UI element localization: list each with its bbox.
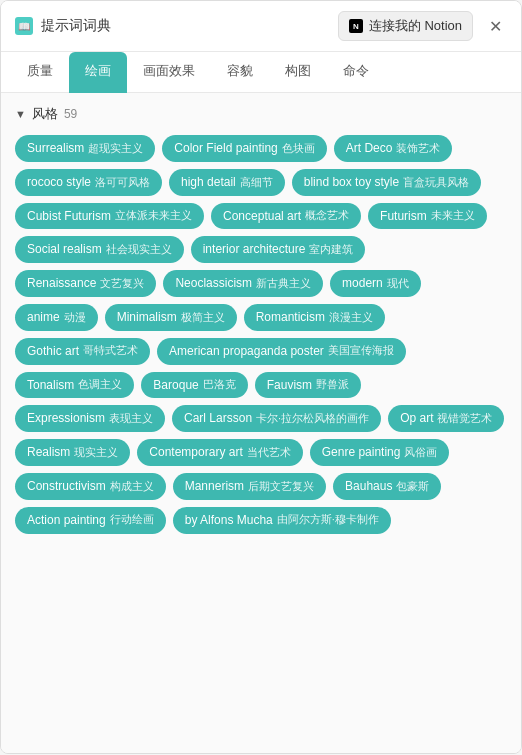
tag-item[interactable]: rococo style洛可可风格: [15, 169, 162, 196]
tag-item[interactable]: Mannerism后期文艺复兴: [173, 473, 326, 500]
section-header: ▼ 风格 59: [15, 105, 507, 123]
tag-item[interactable]: anime动漫: [15, 304, 98, 331]
collapse-arrow[interactable]: ▼: [15, 108, 26, 120]
tag-item[interactable]: Romanticism浪漫主义: [244, 304, 385, 331]
tag-item[interactable]: high detail高细节: [169, 169, 285, 196]
tag-item[interactable]: Fauvism野兽派: [255, 372, 361, 399]
tag-item[interactable]: Op art视错觉艺术: [388, 405, 504, 432]
tab-bar: 质量 绘画 画面效果 容貌 构图 命令: [1, 52, 521, 93]
title-bar: 📖 提示词词典 N 连接我的 Notion ✕: [1, 1, 521, 52]
tag-item[interactable]: Futurism未来主义: [368, 203, 487, 230]
tag-item[interactable]: Expressionism表现主义: [15, 405, 165, 432]
tag-item[interactable]: Conceptual art概念艺术: [211, 203, 361, 230]
tab-appearance[interactable]: 容貌: [211, 52, 269, 92]
tags-container: Surrealism超现实主义Color Field painting色块画Ar…: [15, 135, 507, 534]
notion-icon: N: [349, 19, 363, 33]
tag-item[interactable]: Cubist Futurism立体派未来主义: [15, 203, 204, 230]
tag-item[interactable]: Bauhaus包豪斯: [333, 473, 441, 500]
close-button[interactable]: ✕: [483, 14, 507, 38]
tag-item[interactable]: American propaganda poster美国宣传海报: [157, 338, 406, 365]
notion-connect-button[interactable]: N 连接我的 Notion: [338, 11, 473, 41]
tag-item[interactable]: modern现代: [330, 270, 421, 297]
tag-item[interactable]: Renaissance文艺复兴: [15, 270, 156, 297]
tag-item[interactable]: Minimalism极简主义: [105, 304, 237, 331]
tag-item[interactable]: Baroque巴洛克: [141, 372, 247, 399]
app-icon: 📖: [15, 17, 33, 35]
section-title: 风格: [32, 105, 58, 123]
tab-quality[interactable]: 质量: [11, 52, 69, 92]
title-right: N 连接我的 Notion ✕: [338, 11, 507, 41]
tag-item[interactable]: by Alfons Mucha由阿尔方斯·穆卡制作: [173, 507, 391, 534]
title-left: 📖 提示词词典: [15, 17, 111, 35]
tab-screen-effects[interactable]: 画面效果: [127, 52, 211, 92]
notion-btn-label: 连接我的 Notion: [369, 17, 462, 35]
tag-item[interactable]: Constructivism构成主义: [15, 473, 166, 500]
tag-item[interactable]: Realism现实主义: [15, 439, 130, 466]
tag-item[interactable]: Gothic art哥特式艺术: [15, 338, 150, 365]
tag-item[interactable]: Art Deco装饰艺术: [334, 135, 453, 162]
tab-painting[interactable]: 绘画: [69, 52, 127, 93]
tag-item[interactable]: Action painting行动绘画: [15, 507, 166, 534]
tag-item[interactable]: Contemporary art当代艺术: [137, 439, 302, 466]
tag-item[interactable]: Genre painting风俗画: [310, 439, 450, 466]
app-window: 📖 提示词词典 N 连接我的 Notion ✕ 质量 绘画 画面效果 容貌 构图…: [0, 0, 522, 754]
tab-command[interactable]: 命令: [327, 52, 385, 92]
tag-item[interactable]: interior architecture室内建筑: [191, 236, 366, 263]
tag-item[interactable]: Social realism社会现实主义: [15, 236, 184, 263]
tag-item[interactable]: blind box toy style盲盒玩具风格: [292, 169, 481, 196]
app-title: 提示词词典: [41, 17, 111, 35]
tag-item[interactable]: Tonalism色调主义: [15, 372, 134, 399]
section-count: 59: [64, 107, 77, 121]
tag-item[interactable]: Carl Larsson卡尔·拉尔松风格的画作: [172, 405, 381, 432]
tag-item[interactable]: Neoclassicism新古典主义: [163, 270, 323, 297]
content-area: ▼ 风格 59 Surrealism超现实主义Color Field paint…: [1, 93, 521, 753]
tab-composition[interactable]: 构图: [269, 52, 327, 92]
tag-item[interactable]: Surrealism超现实主义: [15, 135, 155, 162]
tag-item[interactable]: Color Field painting色块画: [162, 135, 326, 162]
